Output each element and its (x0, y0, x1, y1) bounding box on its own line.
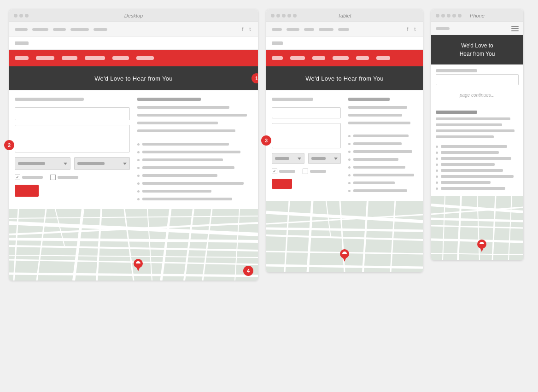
tutil-1 (272, 28, 282, 31)
tnav-6[interactable] (376, 56, 390, 60)
bullet-3 (137, 158, 252, 161)
desktop-hero-section: We'd Love to Hear from You 1 (9, 66, 258, 90)
tdot-3 (282, 14, 286, 18)
bullet-line-3 (142, 158, 223, 161)
pbullet-8 (436, 187, 519, 190)
bullet-line-2 (142, 151, 240, 153)
tnav-1[interactable] (272, 56, 283, 60)
badge-4: 4 (243, 266, 253, 276)
util-item-5 (94, 28, 107, 31)
pbullet-line-6 (441, 175, 514, 178)
pbullet-dot-3 (436, 158, 438, 160)
bullet-4 (137, 166, 252, 169)
pdot-2 (441, 14, 445, 18)
hamburger-icon[interactable] (511, 26, 519, 31)
desktop-map-section: 4 (9, 209, 258, 281)
pbullet-2 (436, 151, 519, 154)
nav-item-2[interactable] (36, 56, 54, 60)
tablet-submit-button[interactable] (272, 179, 292, 189)
select-1[interactable] (15, 157, 70, 170)
bullet-5 (137, 174, 252, 177)
tbullet-8 (348, 189, 417, 192)
dot-2 (19, 14, 23, 18)
svg-rect-0 (9, 209, 258, 281)
pdot-5 (458, 14, 462, 18)
select-arrow-1 (64, 163, 67, 165)
tbullet-2 (348, 142, 417, 145)
pinfo-1 (436, 117, 510, 120)
submit-button[interactable] (15, 185, 39, 197)
tablet-logo (272, 41, 283, 45)
info-line-1 (137, 106, 229, 109)
nav-item-3[interactable] (62, 56, 77, 60)
tbullet-dot-4 (348, 158, 351, 161)
pbullet-line-7 (441, 181, 491, 184)
tablet-util-items (272, 28, 349, 31)
tbullet-dot-2 (348, 143, 351, 145)
tablet-select-row (272, 153, 341, 164)
tnav-4[interactable] (333, 56, 349, 60)
tform-textarea[interactable] (272, 123, 341, 148)
bullet-dot-1 (137, 143, 140, 146)
tbullet-4 (348, 158, 417, 161)
checkbox-2[interactable] (50, 175, 56, 180)
hamburger-line-1 (511, 26, 519, 27)
tselect-1[interactable] (272, 153, 304, 164)
pbullet-dot-6 (436, 176, 438, 178)
tablet-browser-frame: Tablet f t (266, 9, 423, 272)
nav-item-6[interactable] (136, 56, 154, 60)
form-textarea[interactable] (15, 125, 130, 152)
desktop-titlebar: Desktop (9, 9, 258, 22)
tform-input-1[interactable] (272, 107, 341, 118)
tcheckbox-label-2 (310, 170, 326, 173)
bullet-6 (137, 182, 252, 185)
util-nav-items (15, 28, 107, 31)
tcheckbox-2[interactable] (303, 169, 308, 174)
pbullet-line-8 (441, 187, 505, 190)
desktop-browser-frame: Desktop f t (9, 9, 258, 281)
tselect-2[interactable] (308, 153, 341, 164)
page-continues-text: page continues... (436, 89, 519, 101)
tselect-bar-2 (311, 157, 326, 160)
checkbox-1[interactable]: ✓ (15, 175, 20, 180)
pbullet-3 (436, 157, 519, 160)
tablet-info-column (348, 98, 417, 193)
pbullet-dot-5 (436, 170, 438, 172)
bullet-dot-8 (137, 198, 140, 200)
phone-map-svg (431, 196, 523, 260)
twitter-icon: t (248, 27, 252, 32)
nav-item-5[interactable] (112, 56, 129, 60)
checkbox-item-1: ✓ (15, 175, 43, 180)
tinfo-heading (348, 98, 390, 101)
nav-item-1[interactable] (15, 56, 29, 60)
tablet-map-svg (266, 201, 423, 272)
facebook-icon: f (240, 27, 245, 32)
pbullet-5 (436, 169, 519, 172)
pform-input[interactable] (436, 74, 519, 85)
select-arrow-2 (123, 163, 127, 165)
tablet-hero-section: We'd Love to Hear from You (266, 66, 423, 90)
pdot-1 (436, 14, 439, 18)
form-input-1[interactable] (15, 107, 130, 120)
tablet-facebook-icon: f (405, 27, 410, 32)
phone-info-section (431, 106, 523, 196)
desktop-nav-bar (9, 50, 258, 66)
desktop-utility-bar: f t (9, 22, 258, 37)
nav-item-4[interactable] (85, 56, 105, 60)
tablet-checkbox-row: ✓ (272, 169, 341, 174)
select-2[interactable] (74, 157, 130, 170)
tablet-content-area: ✓ (266, 90, 423, 201)
info-line-4 (137, 129, 235, 132)
badge-1: 1 (251, 73, 258, 83)
tnav-5[interactable] (356, 56, 369, 60)
logo-placeholder (15, 41, 29, 45)
pbullet-dot-8 (436, 187, 438, 190)
tcheckbox-item-2 (303, 169, 326, 174)
tnav-3[interactable] (312, 56, 325, 60)
checkbox-label-1 (22, 176, 43, 179)
tcheckbox-1[interactable]: ✓ (272, 169, 277, 174)
bullet-1 (137, 143, 252, 146)
social-icons: f t (240, 27, 252, 32)
tbullet-3 (348, 150, 417, 153)
tnav-2[interactable] (290, 56, 305, 60)
